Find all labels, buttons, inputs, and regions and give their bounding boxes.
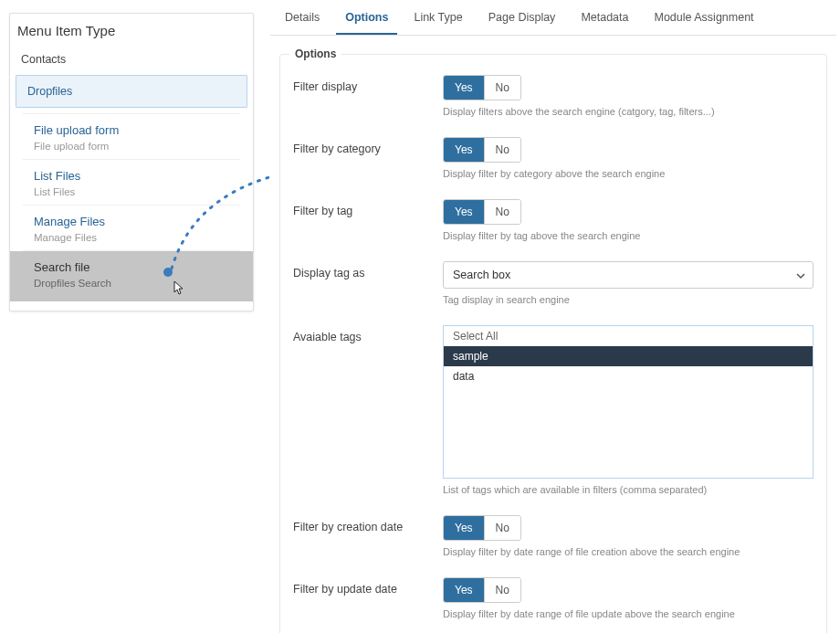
row-filter-display: Filter display Yes No Display filters ab… [293, 75, 814, 117]
menu-item-title: File upload form [34, 123, 229, 137]
tab-page-display[interactable]: Page Display [479, 2, 565, 35]
multiselect-option-select-all[interactable]: Select All [444, 326, 813, 346]
help-filter-creation: Display filter by date range of file cre… [443, 546, 814, 557]
row-available-tags: Avaiable tags Select All sample data Lis… [293, 325, 814, 495]
toggle-yes[interactable]: Yes [444, 578, 484, 602]
menu-item-sub: Manage Files [34, 232, 229, 243]
options-panel: Details Options Link Type Page Display M… [270, 0, 836, 633]
menu-item-search-file[interactable]: Search file Dropfiles Search [10, 251, 253, 301]
help-filter-category: Display filter by category above the sea… [443, 168, 814, 179]
help-available-tags: List of tags which are available in filt… [443, 484, 814, 495]
group-dropfiles[interactable]: Dropfiles [16, 75, 247, 108]
label-filter-update: Filter by update date [293, 577, 443, 596]
toggle-yes[interactable]: Yes [444, 516, 484, 540]
select-display-tag-as[interactable]: Search box [443, 261, 814, 289]
menu-item-sub: File upload form [34, 141, 229, 152]
options-fieldset: Options Filter display Yes No Display fi… [279, 54, 827, 633]
menu-item-file-upload-form[interactable]: File upload form File upload form [23, 113, 240, 160]
toggle-no[interactable]: No [484, 516, 520, 540]
toggle-filter-creation[interactable]: Yes No [443, 515, 521, 541]
dropfiles-sublist: File upload form File upload form List F… [10, 111, 253, 311]
label-available-tags: Avaiable tags [293, 325, 443, 343]
help-filter-tag: Display filter by tag above the search e… [443, 230, 814, 241]
toggle-filter-display[interactable]: Yes No [443, 75, 521, 100]
toggle-filter-update[interactable]: Yes No [443, 577, 521, 603]
chevron-down-icon [796, 270, 805, 280]
tabs: Details Options Link Type Page Display M… [270, 0, 836, 36]
tab-metadata[interactable]: Metadata [572, 2, 637, 35]
label-filter-creation: Filter by creation date [293, 515, 443, 533]
label-display-tag-as: Display tag as [293, 261, 443, 280]
menu-item-type-panel: Menu Item Type Contacts Dropfiles File u… [9, 13, 254, 311]
menu-item-list-files[interactable]: List Files List Files [23, 160, 240, 206]
multiselect-option-sample[interactable]: sample [444, 346, 813, 366]
toggle-filter-tag[interactable]: Yes No [443, 199, 521, 225]
toggle-filter-category[interactable]: Yes No [443, 137, 521, 163]
row-filter-tag: Filter by tag Yes No Display filter by t… [293, 199, 814, 241]
row-filter-creation: Filter by creation date Yes No Display f… [293, 515, 814, 557]
tab-details[interactable]: Details [276, 2, 329, 35]
menu-item-sub: Dropfiles Search [34, 278, 229, 289]
toggle-yes[interactable]: Yes [444, 138, 484, 162]
row-display-tag-as: Display tag as Search box Tag display in… [293, 261, 814, 305]
group-contacts[interactable]: Contacts [10, 47, 253, 71]
row-filter-update: Filter by update date Yes No Display fil… [293, 577, 814, 619]
menu-item-title: Manage Files [34, 215, 229, 228]
menu-item-manage-files[interactable]: Manage Files Manage Files [23, 206, 240, 251]
tab-module-assignment[interactable]: Module Assignment [646, 2, 763, 35]
row-filter-category: Filter by category Yes No Display filter… [293, 137, 814, 179]
menu-item-sub: List Files [34, 186, 229, 197]
tab-options[interactable]: Options [336, 2, 397, 35]
menu-item-title: Search file [34, 260, 229, 274]
toggle-yes[interactable]: Yes [444, 200, 484, 224]
menu-item-title: List Files [34, 169, 229, 183]
select-value: Search box [453, 269, 510, 281]
label-filter-display: Filter display [293, 75, 443, 93]
help-filter-update: Display filter by date range of file upd… [443, 608, 814, 619]
toggle-no[interactable]: No [484, 200, 520, 224]
multiselect-option-data[interactable]: data [444, 366, 813, 386]
multiselect-available-tags[interactable]: Select All sample data [443, 325, 814, 479]
label-filter-tag: Filter by tag [293, 199, 443, 217]
tab-link-type[interactable]: Link Type [404, 2, 471, 35]
help-filter-display: Display filters above the search engine … [443, 106, 814, 117]
help-display-tag-as: Tag display in search engine [443, 294, 814, 305]
toggle-no[interactable]: No [484, 76, 520, 100]
label-filter-category: Filter by category [293, 137, 443, 155]
panel-title: Menu Item Type [10, 14, 253, 47]
toggle-no[interactable]: No [484, 578, 520, 602]
fieldset-legend: Options [289, 47, 341, 60]
toggle-yes[interactable]: Yes [444, 76, 484, 100]
toggle-no[interactable]: No [484, 138, 520, 162]
